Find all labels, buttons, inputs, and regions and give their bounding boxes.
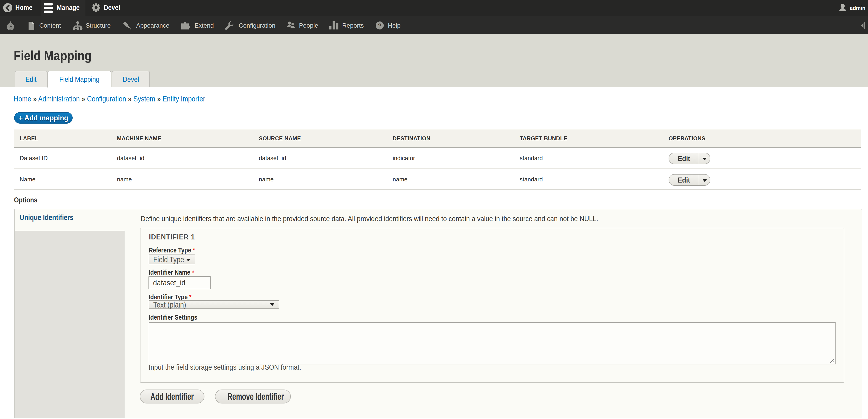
svg-text:?: ? [378, 22, 381, 29]
